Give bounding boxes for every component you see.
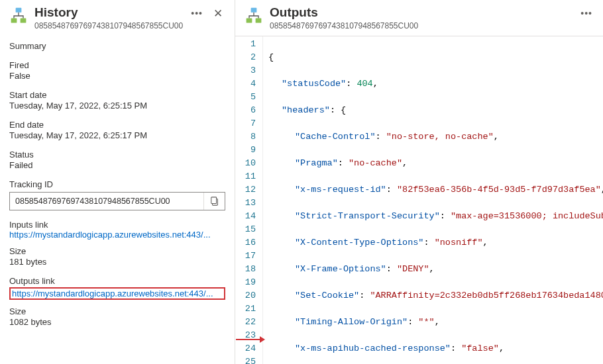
history-header: History 08585487697697438107948567855CU0… bbox=[9, 5, 225, 36]
logic-app-icon bbox=[245, 7, 263, 25]
copy-icon bbox=[210, 197, 219, 206]
fired-label: Fired bbox=[9, 60, 225, 70]
summary-label: Summary bbox=[9, 41, 225, 51]
copy-button[interactable] bbox=[203, 193, 225, 210]
outputs-header: Outputs 08585487697697438107948567855CU0… bbox=[235, 0, 603, 36]
end-date-label: End date bbox=[9, 120, 225, 130]
tracking-id-field[interactable]: 08585487697697438107948567855CU00 bbox=[9, 192, 225, 210]
svg-rect-0 bbox=[16, 8, 22, 13]
history-run-id: 08585487697697438107948567855CU00 bbox=[34, 21, 183, 30]
status-label: Status bbox=[9, 150, 225, 159]
tracking-id-value: 08585487697697438107948567855CU00 bbox=[10, 197, 203, 206]
svg-rect-6 bbox=[247, 19, 252, 23]
outputs-size-value: 1082 bytes bbox=[9, 317, 225, 327]
inputs-size-label: Size bbox=[9, 246, 225, 256]
svg-rect-4 bbox=[211, 197, 216, 204]
code-content: { "statusCode": 404, "headers": { "Cache… bbox=[263, 36, 603, 364]
outputs-link-highlight: https://mystandardlogicapp.azurewebsites… bbox=[9, 287, 225, 300]
outputs-panel: Outputs 08585487697697438107948567855CU0… bbox=[235, 0, 603, 364]
outputs-size-label: Size bbox=[9, 306, 225, 316]
status-value: Failed bbox=[9, 160, 225, 170]
start-date-label: Start date bbox=[9, 90, 225, 100]
start-date-value: Tuesday, May 17, 2022, 6:25:15 PM bbox=[9, 101, 225, 111]
svg-rect-2 bbox=[21, 19, 27, 23]
svg-rect-7 bbox=[256, 19, 262, 23]
inputs-link-label: Inputs link bbox=[9, 220, 225, 230]
inputs-size-value: 181 bytes bbox=[9, 257, 225, 267]
line-gutter: 1234567891011121314151617181920212223242… bbox=[235, 36, 263, 364]
logic-app-icon bbox=[9, 7, 28, 25]
outputs-title: Outputs bbox=[270, 5, 573, 21]
fired-value: False bbox=[9, 71, 225, 81]
outputs-run-id: 08585487697697438107948567855CU00 bbox=[270, 21, 573, 30]
svg-rect-5 bbox=[251, 8, 257, 13]
inputs-link[interactable]: https://mystandardlogicapp.azurewebsites… bbox=[9, 230, 225, 240]
history-title: History bbox=[34, 5, 183, 21]
outputs-link[interactable]: https://mystandardlogicapp.azurewebsites… bbox=[12, 289, 223, 298]
outputs-link-label: Outputs link bbox=[9, 276, 225, 286]
close-icon[interactable]: ✕ bbox=[211, 5, 225, 22]
tracking-id-label: Tracking ID bbox=[9, 179, 225, 189]
json-editor[interactable]: 1234567891011121314151617181920212223242… bbox=[235, 36, 603, 364]
history-panel: History 08585487697697438107948567855CU0… bbox=[0, 0, 235, 364]
end-date-value: Tuesday, May 17, 2022, 6:25:17 PM bbox=[9, 130, 225, 140]
more-icon[interactable]: ••• bbox=[579, 5, 594, 21]
svg-rect-1 bbox=[11, 19, 17, 23]
more-icon[interactable]: ••• bbox=[190, 5, 204, 21]
